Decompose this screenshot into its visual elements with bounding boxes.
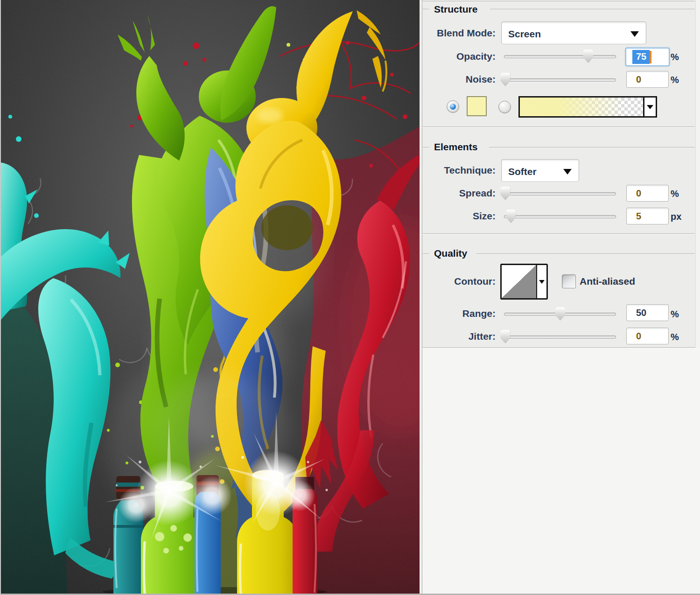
gradient-preview[interactable]	[520, 98, 643, 116]
noise-slider[interactable]	[504, 72, 616, 87]
jitter-slider-track[interactable]	[504, 336, 616, 339]
fill-gradient-radio[interactable]	[498, 101, 511, 113]
blend-mode-dropdown[interactable]: Screen	[501, 21, 646, 44]
spread-slider-thumb[interactable]	[500, 187, 510, 200]
spread-label: Spread:	[426, 187, 496, 199]
quality-rule-left	[423, 253, 429, 254]
noise-slider-thumb[interactable]	[500, 73, 510, 86]
elements-rule-right	[489, 147, 695, 147]
range-unit: %	[671, 308, 679, 320]
noise-input[interactable]: 0	[626, 71, 669, 88]
technique-label: Technique:	[426, 164, 496, 176]
size-slider-thumb[interactable]	[506, 210, 516, 223]
technique-value: Softer	[508, 166, 537, 177]
range-slider[interactable]	[504, 307, 616, 321]
anti-aliased-label: Anti-aliased	[580, 275, 635, 287]
opacity-input[interactable]: 75	[625, 48, 670, 66]
gradient-picker-arrow[interactable]	[643, 98, 656, 116]
section-separator	[421, 233, 695, 234]
structure-rule-left	[423, 9, 429, 9]
blend-mode-label: Blend Mode:	[426, 27, 496, 39]
contour-picker-arrow[interactable]	[536, 265, 546, 298]
size-input[interactable]: 5	[626, 208, 669, 224]
opacity-slider-track[interactable]	[504, 55, 616, 58]
opacity-unit: %	[671, 51, 679, 63]
section-separator	[421, 347, 695, 348]
noise-label: Noise:	[426, 73, 496, 85]
range-slider-thumb[interactable]	[555, 307, 565, 321]
quality-rule-right	[476, 253, 695, 254]
jitter-slider-thumb[interactable]	[500, 330, 510, 343]
noise-unit: %	[671, 74, 679, 86]
blend-mode-value: Screen	[508, 28, 541, 40]
spread-slider[interactable]	[504, 186, 616, 201]
layer-style-panel: Structure Blend Mode: Screen Opacity: 75…	[420, 0, 700, 595]
size-slider[interactable]	[504, 209, 616, 224]
canvas-artwork	[0, 0, 420, 595]
contour-thumbnail[interactable]	[502, 265, 536, 298]
opacity-slider[interactable]	[504, 49, 616, 63]
text-cursor	[650, 51, 651, 63]
size-label: Size:	[426, 210, 496, 222]
section-title-quality: Quality	[434, 248, 467, 259]
anti-aliased-checkbox[interactable]	[562, 274, 576, 288]
chevron-down-icon	[647, 105, 653, 109]
jitter-label: Jitter:	[426, 330, 496, 343]
section-title-elements: Elements	[434, 141, 477, 153]
panel-top-rule	[421, 1, 695, 1]
panel-empty-area	[422, 348, 700, 595]
chevron-down-icon	[630, 31, 639, 37]
range-input[interactable]: 50	[626, 304, 669, 321]
opacity-input-selected-text: 75	[632, 50, 650, 64]
fill-color-radio[interactable]	[447, 100, 459, 113]
chevron-down-icon	[539, 280, 545, 284]
jitter-input[interactable]: 0	[626, 328, 669, 344]
structure-rule-right	[490, 9, 695, 9]
elements-rule-left	[423, 147, 429, 147]
spread-slider-track[interactable]	[504, 192, 616, 196]
range-label: Range:	[426, 308, 496, 320]
jitter-slider[interactable]	[504, 329, 616, 344]
jitter-unit: %	[671, 331, 679, 343]
contour-picker[interactable]	[500, 264, 548, 300]
chevron-down-icon	[563, 169, 572, 175]
noise-slider-track[interactable]	[504, 78, 616, 82]
contour-label: Contour:	[426, 275, 496, 287]
glow-color-swatch[interactable]	[467, 96, 487, 116]
section-title-structure: Structure	[434, 4, 477, 15]
opacity-slider-thumb[interactable]	[583, 49, 593, 63]
section-separator	[421, 126, 695, 127]
gradient-picker[interactable]	[518, 96, 657, 118]
technique-dropdown[interactable]: Softer	[501, 159, 579, 182]
spread-unit: %	[671, 188, 679, 200]
size-unit: px	[671, 210, 681, 223]
size-slider-track[interactable]	[504, 215, 616, 218]
opacity-label: Opacity:	[426, 50, 496, 63]
spread-input[interactable]: 0	[626, 185, 669, 202]
